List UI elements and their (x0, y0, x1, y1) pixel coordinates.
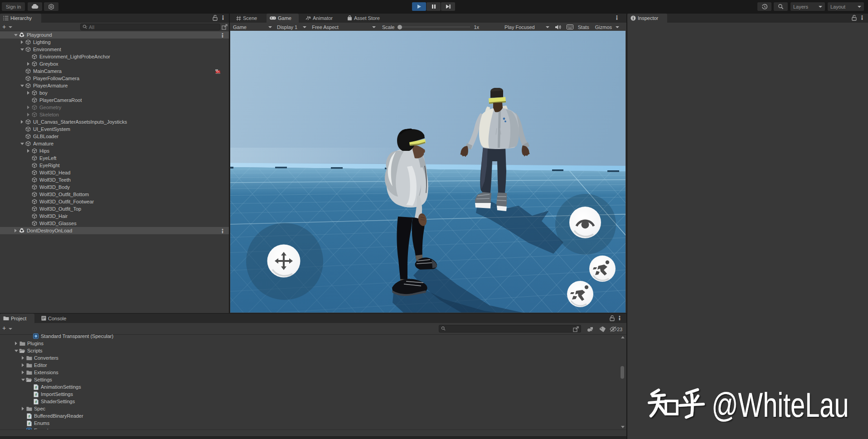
svg-text:#: # (28, 421, 30, 426)
svg-text:@WhiteLau: @WhiteLau (712, 386, 849, 422)
svg-text:#: # (35, 385, 37, 390)
svg-text:#: # (35, 392, 37, 397)
svg-text:#: # (28, 414, 30, 419)
svg-text:#: # (35, 400, 37, 404)
